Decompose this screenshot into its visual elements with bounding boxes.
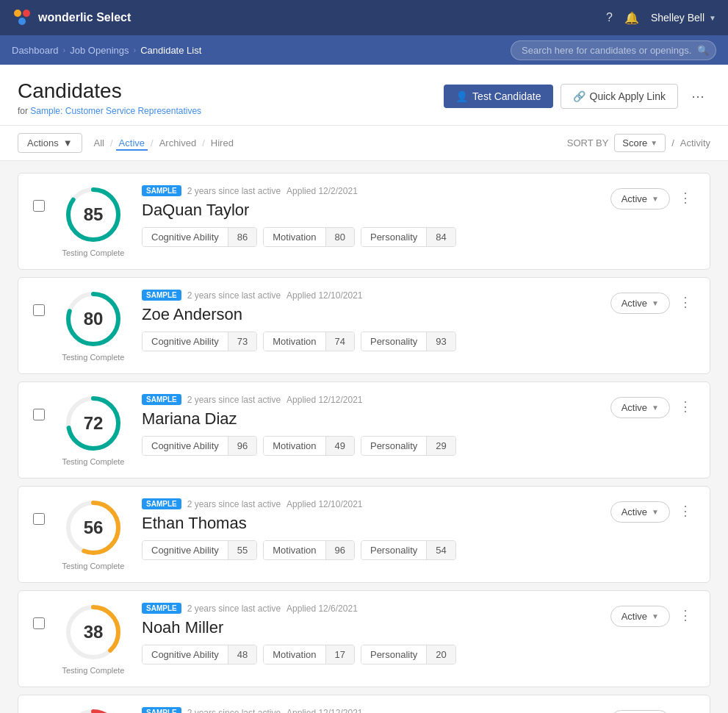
breadcrumb-bar: Dashboard › Job Openings › Candidate Lis… bbox=[0, 35, 728, 65]
candidate-checkbox-0[interactable] bbox=[33, 200, 45, 212]
actions-dropdown[interactable]: Actions ▼ bbox=[18, 133, 82, 153]
filter-tab-all[interactable]: All bbox=[91, 136, 107, 150]
status-chevron-icon: ▼ bbox=[652, 195, 659, 203]
status-button[interactable]: Active ▼ bbox=[610, 710, 670, 713]
cognitive-ability-value: 48 bbox=[228, 645, 256, 664]
motivation-pill: Motivation 17 bbox=[263, 645, 355, 664]
cognitive-ability-label: Cognitive Ability bbox=[143, 437, 228, 455]
card-content: SAMPLE 2 years since last active Applied… bbox=[142, 603, 599, 664]
page-title: Candidates bbox=[18, 79, 201, 103]
status-chevron-icon: ▼ bbox=[652, 508, 659, 516]
personality-label: Personality bbox=[361, 645, 426, 664]
status-button[interactable]: Active ▼ bbox=[610, 293, 670, 314]
card-scores: Cognitive Ability 48 Motivation 17 Perso… bbox=[142, 645, 599, 664]
status-chevron-icon: ▼ bbox=[652, 612, 659, 620]
candidate-checkbox-3[interactable] bbox=[33, 513, 45, 525]
page-header: Candidates for Sample: Customer Service … bbox=[0, 65, 728, 126]
candidate-checkbox-4[interactable] bbox=[33, 617, 45, 629]
card-more-button[interactable]: ⋮ bbox=[676, 710, 695, 713]
notifications-button[interactable]: 🔔 bbox=[624, 11, 639, 25]
card-content: SAMPLE 2 years since last active Applied… bbox=[142, 185, 599, 247]
cognitive-ability-pill: Cognitive Ability 55 bbox=[142, 540, 257, 560]
status-button[interactable]: Active ▼ bbox=[610, 501, 670, 523]
score-label: Testing Complete bbox=[62, 562, 125, 570]
filter-tabs: All / Active / Archived / Hired bbox=[91, 136, 237, 151]
breadcrumb-job-openings[interactable]: Job Openings bbox=[70, 45, 129, 56]
applied-date: Applied 12/12/2021 bbox=[286, 708, 362, 714]
cognitive-ability-label: Cognitive Ability bbox=[143, 228, 228, 246]
page-subtitle: for Sample: Customer Service Representat… bbox=[18, 106, 201, 116]
score-label: Testing Complete bbox=[62, 353, 125, 362]
score-circle-wrap: 22 Testing Complete bbox=[57, 707, 130, 713]
search-icon-button[interactable]: 🔍 bbox=[697, 45, 709, 56]
card-more-button[interactable]: ⋮ bbox=[676, 606, 695, 625]
top-nav: wonderlic Select ? 🔔 Shelley Bell ▼ bbox=[0, 0, 728, 35]
sample-badge: SAMPLE bbox=[142, 498, 181, 509]
score-circle: 85 bbox=[64, 185, 123, 244]
header-actions: 👤 Test Candidate 🔗 Quick Apply Link ⋯ bbox=[444, 84, 710, 109]
card-actions: Active ▼ ⋮ bbox=[610, 603, 695, 627]
filter-tab-archived[interactable]: Archived bbox=[156, 136, 200, 150]
motivation-label: Motivation bbox=[264, 645, 325, 664]
card-scores: Cognitive Ability 96 Motivation 49 Perso… bbox=[142, 436, 599, 456]
motivation-pill: Motivation 80 bbox=[263, 227, 355, 247]
score-value: 80 bbox=[84, 309, 104, 329]
user-menu[interactable]: Shelley Bell ▼ bbox=[651, 12, 716, 24]
card-meta: SAMPLE 2 years since last active Applied… bbox=[142, 185, 599, 196]
filter-tab-active[interactable]: Active bbox=[116, 136, 148, 151]
header-more-button[interactable]: ⋯ bbox=[685, 85, 710, 107]
candidate-card: 22 Testing Complete SAMPLE 2 years since… bbox=[18, 695, 710, 713]
candidate-checkbox-2[interactable] bbox=[33, 409, 45, 420]
candidate-checkbox-1[interactable] bbox=[33, 304, 45, 316]
personality-value: 84 bbox=[426, 228, 455, 246]
personality-value: 54 bbox=[426, 541, 455, 559]
cognitive-ability-label: Cognitive Ability bbox=[143, 645, 228, 664]
applied-date: Applied 12/2/2021 bbox=[286, 186, 358, 196]
user-chevron-icon: ▼ bbox=[709, 14, 716, 22]
motivation-value: 49 bbox=[325, 437, 354, 455]
card-more-button[interactable]: ⋮ bbox=[676, 188, 695, 207]
personality-label: Personality bbox=[361, 541, 426, 559]
cognitive-ability-pill: Cognitive Ability 48 bbox=[142, 645, 257, 664]
last-active: 2 years since last active bbox=[187, 499, 281, 509]
search-input[interactable] bbox=[511, 40, 716, 60]
status-label: Active bbox=[621, 298, 647, 309]
card-actions: Active ▼ ⋮ bbox=[610, 707, 695, 713]
personality-label: Personality bbox=[361, 228, 426, 246]
cognitive-ability-label: Cognitive Ability bbox=[143, 541, 228, 559]
status-label: Active bbox=[621, 506, 647, 517]
score-circle-wrap: 85 Testing Complete bbox=[57, 185, 130, 257]
card-more-button[interactable]: ⋮ bbox=[676, 397, 695, 416]
candidate-name: Ethan Thomas bbox=[142, 514, 599, 533]
status-button[interactable]: Active ▼ bbox=[610, 397, 670, 418]
candidate-card: 72 Testing Complete SAMPLE 2 years since… bbox=[18, 381, 710, 479]
card-more-button[interactable]: ⋮ bbox=[676, 293, 695, 312]
candidate-card: 56 Testing Complete SAMPLE 2 years since… bbox=[18, 486, 710, 583]
candidates-list: 85 Testing Complete SAMPLE 2 years since… bbox=[0, 161, 728, 713]
last-active: 2 years since last active bbox=[187, 708, 281, 714]
breadcrumb-dashboard[interactable]: Dashboard bbox=[12, 45, 59, 56]
card-content: SAMPLE 2 years since last active Applied… bbox=[142, 498, 599, 560]
personality-pill: Personality 20 bbox=[361, 645, 456, 664]
quick-apply-button[interactable]: 🔗 Quick Apply Link bbox=[561, 84, 679, 109]
status-button[interactable]: Active ▼ bbox=[610, 188, 670, 209]
user-name: Shelley Bell bbox=[651, 12, 704, 24]
card-meta: SAMPLE 2 years since last active Applied… bbox=[142, 603, 599, 614]
card-checkbox-0 bbox=[33, 200, 45, 214]
sample-badge: SAMPLE bbox=[142, 394, 181, 405]
filter-tab-hired[interactable]: Hired bbox=[208, 136, 237, 150]
filter-bar: Actions ▼ All / Active / Archived / Hire… bbox=[0, 126, 728, 161]
sort-activity-link[interactable]: Activity bbox=[680, 137, 710, 148]
score-label: Testing Complete bbox=[62, 666, 125, 675]
personality-value: 93 bbox=[426, 332, 455, 351]
candidate-card: 80 Testing Complete SAMPLE 2 years since… bbox=[18, 277, 710, 374]
job-link[interactable]: Sample: Customer Service Representatives bbox=[30, 106, 201, 116]
sort-score-button[interactable]: Score ▼ bbox=[614, 134, 666, 152]
status-button[interactable]: Active ▼ bbox=[610, 606, 670, 627]
motivation-label: Motivation bbox=[264, 541, 325, 559]
help-button[interactable]: ? bbox=[606, 11, 613, 24]
card-more-button[interactable]: ⋮ bbox=[676, 501, 695, 520]
card-actions: Active ▼ ⋮ bbox=[610, 498, 695, 523]
candidate-name: DaQuan Taylor bbox=[142, 201, 599, 220]
test-candidate-button[interactable]: 👤 Test Candidate bbox=[444, 85, 552, 108]
